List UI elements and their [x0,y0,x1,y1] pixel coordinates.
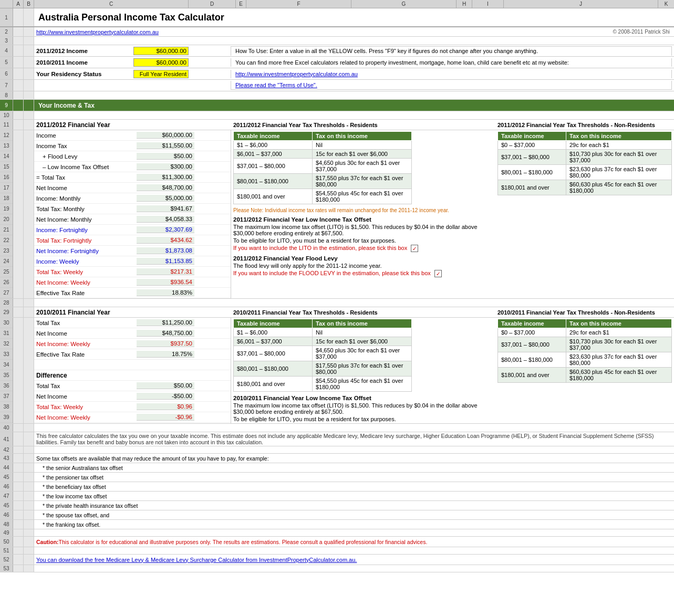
nr-thresh-2010-r3-c1: $80,001 – $180,000 [498,352,566,368]
col-b-header: B [24,0,34,8]
row-52-a [13,555,24,565]
thresh-2010-col1: Taxable income [234,319,313,328]
row-52-b [24,555,34,565]
row-45-content: * the pensioner tax offset [34,473,674,482]
diff-total-tax-weekly-row: Total Tax: Weekly $0.96 [34,402,231,412]
row-8-a [13,91,24,99]
fy2010-total-tax-value: $11,250.00 [137,319,194,326]
fy2010-net-income-weekly-value: $937.50 [137,340,194,347]
diff-net-income-weekly-value: -$0.96 [137,414,194,421]
row-9-b [24,100,34,111]
thresh-2010-r1-c1: $1 – $6,000 [234,328,313,337]
lito-2011-checkbox-icon[interactable]: ✓ [411,245,418,252]
row-3-b [24,37,34,45]
income-fortnightly-row: Income: Fortnightly $2,307.69 [34,225,231,235]
row-34-empty [34,360,231,370]
row-50-content: Caution: This calculator is for educatio… [34,537,674,547]
income-monthly-label: Income: Monthly [34,195,137,202]
row-7-b [24,80,34,91]
thresh-residents-2010-title: 2010/2011 Financial Year Tax Thresholds … [233,309,378,316]
nr-thresh-r2-c1: $37,001 – $80,000 [498,150,566,165]
fy2010-net-income-weekly-label: Net Income: Weekly [34,341,137,347]
col-j-header: J [504,0,658,8]
row-3-a [13,37,24,45]
row-10-content [34,111,674,119]
row-40-b [24,424,34,432]
row-28-b [24,299,34,307]
net-income-value: $48,700.00 [137,184,194,191]
left-calc-panel: Income $60,000.00 Income Tax $11,550.00 … [34,130,231,298]
row-9-num: 9 [0,100,13,111]
income-2011-input[interactable] [133,47,189,55]
row-46b-content: * the spouse tax offset, and [34,510,674,519]
row-41-content: This free calculator calculates the tax … [34,432,674,446]
row-11-content: 2011/2012 Financial Year 2011/2012 Finan… [34,120,674,130]
row-44-a [13,463,24,472]
row-46-content: * the beneficiary tax offset [34,482,674,491]
row-11-a [13,120,24,130]
offset-0: * the senior Australians tax offset [36,465,123,471]
page-title: Australia Personal Income Tax Calculator [36,10,226,25]
row-46b-num: 46 [0,510,13,519]
nr-thresh-2010-r2-c1: $37,001 – $80,000 [498,337,566,352]
row-40-a [13,424,24,432]
thresh-col2-header: Tax on this income [313,132,412,141]
diff-total-tax-value: $50.00 [137,382,194,389]
fy2010-title: 2010/2011 Financial Year [36,309,110,316]
main-content-12-27: Income $60,000.00 Income Tax $11,550.00 … [34,130,674,298]
thresh-2010-r5-c1: $180,001 and over [234,377,313,392]
how-to-use-link1[interactable]: http://www.investmentpropertycalculator.… [235,71,358,77]
row-11-b [24,120,34,130]
lito-2011-checkbox-label: If you want to include the LITO in the e… [233,245,407,251]
diff-total-tax-row: Total Tax $50.00 [34,381,231,391]
row-47-content: * the low income tax offset [34,492,674,500]
total-tax-weekly-value: $217.31 [137,268,194,275]
flood-levy-row: + Flood Levy $50.00 [34,151,231,162]
diff-net-income-label: Net Income [34,393,137,400]
row-8-num: 8 [0,91,13,99]
residency-input[interactable] [133,70,189,78]
row-51-content [34,547,674,554]
col-f-header: F [246,0,351,8]
thresh-r2-c1: $6,001 – $37,000 [234,150,313,159]
row-48-a [13,520,24,529]
url-link[interactable]: http://www.investmentpropertycalculator.… [36,29,159,35]
difference-header-row: Difference [34,370,231,381]
net-income-monthly-value: $4,058.33 [137,216,194,223]
lito-2010-line1: The maximum low income tax offset (LITO)… [233,402,493,415]
total-tax-row: = Total Tax $11,300.00 [34,172,231,183]
row-28-a [13,299,24,307]
row-46b-a [13,510,24,519]
row-1-num: 1 [0,8,13,26]
how-to-use-link2[interactable]: Please read the "Terms of Use". [235,82,317,88]
row-53-b [24,565,34,572]
row-40-num: 40 [0,424,13,432]
row-29-content: 2010/2011 Financial Year 2010/2011 Finan… [34,307,674,317]
net-income-fortnightly-label: Net Income: Fortnightly [34,248,137,254]
copyright-text: © 2008-2011 Patrick Shi [613,29,670,35]
download-link[interactable]: You can download the free Medicare Levy … [36,557,357,563]
flood-levy-2011-line1: The flood levy will only apply for the 2… [233,263,493,269]
flood-levy-2011-title: 2011/2012 Financial Year Flood Levy [233,255,493,262]
net-income-label: Net Income [34,185,137,191]
diff-net-income-weekly-row: Net Income: Weekly -$0.96 [34,412,231,423]
col-e-header: E [236,0,246,8]
nr-thresh-r1-c1: $0 – $37,000 [498,141,566,150]
row-44-num: 44 [0,463,13,472]
income-2010-input[interactable] [133,58,189,67]
col-a-30-39 [13,318,24,423]
row-45b-num: 45 [0,501,13,510]
income-weekly-row: Income: Weekly $1,153.85 [34,256,231,267]
how-to-use-line2: You can find more free Excel calculators… [235,59,569,66]
row-4-num: 4 [0,45,13,56]
lito-2010-section: 2010/2011 Financial Year Low Income Tax … [233,395,493,422]
thresh-2010-r3-c1: $37,001 – $80,000 [234,346,313,361]
nr-thresh-2010-r4-c1: $180,001 and over [498,368,566,383]
fy2010-net-income-label: Net Income [34,330,137,337]
thresh-2010-r5-c2: $54,550 plus 45c for each $1 over $180,0… [313,377,412,392]
caution-bold: Caution: [36,539,59,545]
row-42-content [34,446,674,453]
fy2010-net-income-weekly-row: Net Income: Weekly $937.50 [34,339,231,349]
flood-levy-2011-checkbox-icon[interactable]: ✓ [434,270,442,277]
income-value: $60,000.00 [137,132,194,139]
